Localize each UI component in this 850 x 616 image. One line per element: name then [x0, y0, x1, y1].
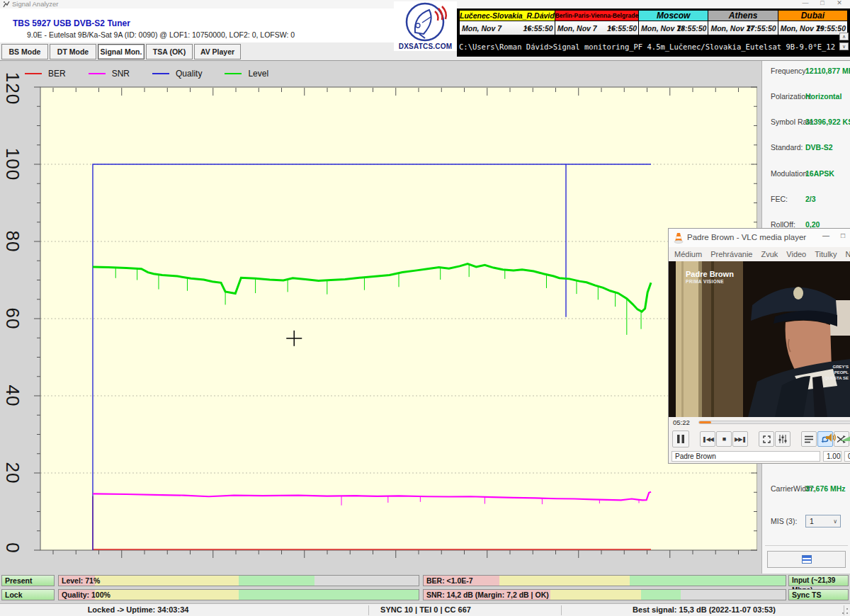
vlc-menu-video[interactable]: Video — [786, 247, 806, 261]
clock-dubai: Dubai Mon, Nov 7 +4 19:55:50 — [778, 10, 848, 34]
y-axis-label-60: 60 — [1, 308, 23, 330]
level-bar-label: Level: 71% — [58, 575, 100, 586]
pause-button[interactable] — [672, 430, 689, 447]
status-bar: Locked -> Uptime: 34:03:34 SYNC 10 | TEI… — [0, 603, 850, 616]
movie-still — [669, 261, 850, 417]
satellite-dish-icon — [394, 1, 457, 42]
snr-bar-label: SNR: 14,2 dB (Margin: 7,2 dB | OK) — [423, 589, 549, 600]
vlc-status-bar: Padre Brown 1.00x 05 — [670, 451, 850, 462]
clock-time: 16:55:50 — [607, 21, 637, 35]
next-button[interactable]: ▶▶❚ — [732, 431, 748, 447]
tab-dt-mode[interactable]: DT Mode — [50, 44, 96, 59]
signal-chart — [32, 86, 757, 561]
world-clocks: Lučenec-Slovakia_R.Dávid Mon, Nov 7 +1 1… — [459, 10, 848, 34]
vlc-menu-subtitles[interactable]: Titulky — [815, 247, 837, 261]
uptime-status: Locked -> Uptime: 34:03:34 — [88, 605, 189, 614]
playlist-button[interactable] — [801, 431, 817, 447]
speaker-icon[interactable] — [826, 433, 837, 443]
vlc-playback-rate[interactable]: 1.00x — [823, 451, 842, 462]
vlc-seek-row: 05:22 — [673, 418, 850, 427]
equalizer-button[interactable] — [775, 431, 790, 447]
clock-berlin: Berlin-Paris-Vienna-Belgrade Mon, Nov 7 … — [555, 10, 639, 34]
mis-dropdown[interactable]: 1 ∨ — [805, 515, 841, 527]
tab-av-player[interactable]: AV Player — [194, 44, 241, 59]
scroll-up-icon[interactable]: ∧ — [839, 33, 849, 40]
playlist-icon — [805, 435, 813, 443]
equalizer-icon — [778, 435, 787, 443]
close-button[interactable]: ✕ — [832, 0, 847, 6]
info-fec: FEC: 2/3 — [762, 194, 850, 204]
quality-bar-label: Quality: 100% — [58, 589, 110, 600]
vlc-menu-audio[interactable]: Zvuk — [761, 247, 778, 261]
legend-level: Level — [225, 69, 268, 79]
clock-city: Dubai — [778, 11, 847, 21]
video-overlay-subtitle: PRIMA VISIONE — [686, 279, 724, 284]
volume-slider[interactable] — [840, 433, 850, 441]
vlc-total-time: 05 — [844, 451, 850, 462]
snr-line-swatch — [89, 73, 106, 74]
dxsatcs-logo: DXSATCS.COM — [394, 1, 457, 51]
level-bar — [58, 575, 419, 586]
input-rate-indicator: Input (~21,39 Mbps) — [788, 575, 849, 586]
maximize-button[interactable]: □ — [815, 0, 830, 6]
vlc-minimize-button[interactable]: — — [819, 232, 833, 239]
y-axis-label-100: 100 — [1, 148, 23, 181]
tab-signal-mon[interactable]: Signal Mon. — [98, 44, 144, 59]
clock-athens: Athens Mon, Nov 7 +2 17:55:50 — [708, 10, 778, 34]
tuner-info: 9.0E - Eutelsat 9B/Ka-Sat 9A (ID: 0090) … — [27, 30, 295, 39]
vlc-seek-progress — [699, 421, 711, 423]
info-carrier-width: CarrierWidth: 37,676 MHz — [762, 484, 850, 494]
fullscreen-button[interactable] — [759, 431, 774, 447]
ber-line-swatch — [25, 73, 42, 74]
minimize-button[interactable]: — — [798, 0, 813, 6]
console-prompt: C:\Users\Roman Dávid>Signal monitoring_P… — [459, 40, 837, 53]
vlc-window-title: Padre Brown - VLC media player — [687, 233, 806, 241]
ber-bar — [423, 575, 786, 586]
resize-grip[interactable] — [842, 608, 849, 615]
stop-button[interactable]: ■ — [716, 431, 732, 447]
clock-city: Lučenec-Slovakia_R.Dávid — [460, 11, 555, 21]
clock-lucenec: Lučenec-Slovakia_R.Dávid Mon, Nov 7 +1 1… — [459, 10, 555, 34]
lock-indicator: Lock — [1, 589, 55, 600]
vlc-menu-playback[interactable]: Prehrávanie — [710, 247, 752, 261]
clock-date: Mon, Nov 7 — [781, 21, 820, 35]
video-overlay-title: Padre Brown — [686, 270, 734, 278]
legend-ber: BER — [25, 69, 66, 79]
scroll-down-icon[interactable]: ∨ — [839, 42, 849, 50]
previous-icon: ❚◀◀ — [702, 436, 713, 443]
y-axis-label-20: 20 — [1, 462, 23, 484]
clock-city: Berlin-Paris-Vienna-Belgrade — [555, 11, 638, 21]
window-title: Signal Analyzer — [12, 0, 58, 8]
vlc-menu-tools[interactable]: Nástroje — [846, 247, 850, 261]
y-axis-label-80: 80 — [1, 231, 23, 253]
vlc-video-frame[interactable]: Padre Brown PRIMA VISIONE GREY'S PEOPL Q… — [669, 261, 850, 417]
clock-date: Mon, Nov 7 — [710, 21, 750, 35]
video-overlay-credits: GREY'S PEOPL QUESTA SE — [824, 364, 849, 381]
tab-bs-mode[interactable]: BS Mode — [1, 44, 48, 59]
clock-time: 17:55:50 — [747, 21, 776, 35]
legend-quality: Quality — [152, 69, 202, 79]
logo-text: DXSATCS.COM — [394, 42, 457, 50]
chevron-down-icon: ∨ — [833, 516, 837, 527]
panel-separator — [765, 545, 848, 546]
vlc-menu-bar: Médium Prehrávanie Zvuk Video Titulky Ná… — [674, 247, 850, 261]
next-icon: ▶▶❚ — [735, 436, 746, 443]
vlc-controls: ❚◀◀ ■ ▶▶❚ — [672, 430, 850, 448]
vlc-now-playing: Padre Brown — [672, 451, 820, 462]
console-toggle-button[interactable] — [767, 551, 846, 568]
quality-line-swatch — [152, 73, 169, 74]
level-line-swatch — [225, 73, 242, 74]
info-polarization: Polarization: Horizontal — [762, 91, 850, 101]
vlc-menu-medium[interactable]: Médium — [674, 247, 702, 261]
clock-city: Moscow — [639, 11, 708, 21]
info-modulation: Modulation: 16APSK — [762, 169, 850, 178]
tab-tsa[interactable]: TSA (OK) — [146, 44, 193, 59]
vlc-title-bar[interactable]: Padre Brown - VLC media player — □ — [669, 229, 850, 247]
best-signal-status: Best signal: 15,3 dB (2022-11-07 03:53) — [633, 605, 776, 614]
vlc-maximize-button[interactable]: □ — [836, 232, 850, 239]
clock-time: 16:55:50 — [523, 21, 553, 35]
vlc-seek-bar[interactable] — [698, 421, 850, 424]
tuner-name: TBS 5927 USB DVB-S2 Tuner — [13, 18, 130, 28]
y-axis-label-120: 120 — [1, 72, 23, 105]
previous-button[interactable]: ❚◀◀ — [700, 431, 715, 447]
